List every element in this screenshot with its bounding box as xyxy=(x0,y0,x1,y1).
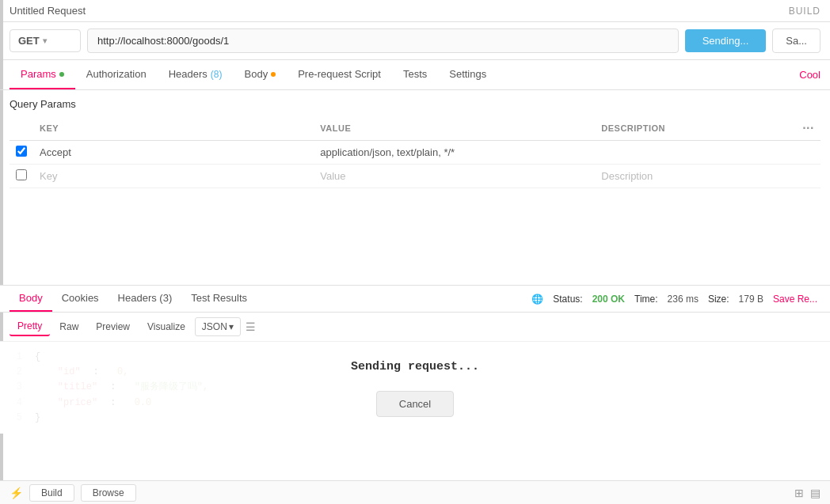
app-container: Untitled Request BUILD GET ▾ Sending... … xyxy=(0,0,830,504)
tab-tests-label: Tests xyxy=(403,68,427,80)
tab-settings[interactable]: Settings xyxy=(438,60,497,89)
fmt-preview-button[interactable]: Preview xyxy=(88,318,138,335)
size-label: Size: xyxy=(708,294,729,305)
method-select[interactable]: GET ▾ xyxy=(10,29,81,52)
tab-headers[interactable]: Headers (8) xyxy=(158,60,234,89)
chevron-down-icon: ▾ xyxy=(43,36,47,45)
sending-title: Sending request... xyxy=(351,358,479,377)
status-bar: 🌐 Status: 200 OK Time: 236 ms Size: 179 … xyxy=(528,294,820,305)
tab-params-label: Params xyxy=(21,68,56,80)
body-dot xyxy=(271,72,276,77)
boot-icon: ⚡ xyxy=(10,487,23,499)
headers-count: (8) xyxy=(211,69,223,80)
tab-params[interactable]: Params xyxy=(10,60,75,89)
url-bar: GET ▾ Sending... Sa... xyxy=(0,22,830,60)
browse-footer-button[interactable]: Browse xyxy=(81,484,136,502)
tab-response-body-label: Body xyxy=(19,292,43,304)
more-icon[interactable]: ··· xyxy=(802,121,814,135)
tab-headers-label: Headers xyxy=(169,68,208,80)
method-value: GET xyxy=(18,35,40,47)
desc-placeholder: Description xyxy=(601,170,653,182)
response-section: Body Cookies Headers (3) Test Results 🌐 … xyxy=(0,285,830,480)
query-params-title: Query Params xyxy=(10,98,820,110)
row1-value[interactable]: application/json, text/plain, */* xyxy=(314,141,595,165)
row2-key[interactable]: Key xyxy=(33,165,314,188)
cancel-button[interactable]: Cancel xyxy=(376,391,454,417)
params-table: KEY VALUE DESCRIPTION ··· Accept applica… xyxy=(10,116,820,188)
globe-icon: 🌐 xyxy=(531,294,543,305)
chevron-down-icon: ▾ xyxy=(229,321,234,332)
tab-response-headers-label: Headers (3) xyxy=(118,292,173,304)
footer-bar: ⚡ Build Browse ⊞ ▤ xyxy=(0,480,830,504)
save-button[interactable]: Sa... xyxy=(772,28,820,53)
col-key: KEY xyxy=(33,116,314,141)
tab-prerequest-label: Pre-request Script xyxy=(298,68,381,80)
row1-key[interactable]: Accept xyxy=(33,141,314,165)
fmt-visualize-button[interactable]: Visualize xyxy=(139,318,193,335)
format-bar: Pretty Raw Preview Visualize JSON ▾ ☰ xyxy=(0,313,830,342)
format-select[interactable]: JSON ▾ xyxy=(195,317,241,336)
time-label: Time: xyxy=(634,294,658,305)
response-code-area: 1 { 2 "id" : 0, 3 "title" : "服务降级了吗", 4 … xyxy=(0,342,830,434)
size-value: 179 B xyxy=(739,294,763,305)
col-check xyxy=(10,116,33,141)
footer-icons: ⊞ ▤ xyxy=(794,487,820,499)
tab-body-label: Body xyxy=(245,68,268,80)
response-tabs-bar: Body Cookies Headers (3) Test Results 🌐 … xyxy=(0,286,830,313)
col-actions: ··· xyxy=(796,116,820,141)
value-placeholder: Value xyxy=(320,170,345,182)
layout-icon: ▤ xyxy=(810,487,820,499)
tab-settings-label: Settings xyxy=(449,68,486,80)
filter-icon[interactable]: ☰ xyxy=(246,320,256,333)
tab-response-body[interactable]: Body xyxy=(10,286,52,312)
cool-link[interactable]: Cool xyxy=(799,69,820,81)
row2-value[interactable]: Value xyxy=(314,165,595,188)
build-footer-button[interactable]: Build xyxy=(29,484,74,502)
key-placeholder: Key xyxy=(40,170,57,182)
build-label: BUILD xyxy=(789,6,820,17)
request-tabs-bar: Params Authorization Headers (8) Body Pr… xyxy=(0,60,830,90)
status-label: Status: xyxy=(553,294,582,305)
fmt-pretty-button[interactable]: Pretty xyxy=(10,317,50,336)
tab-test-results-label: Test Results xyxy=(191,292,247,304)
table-row: Accept application/json, text/plain, */* xyxy=(10,141,820,165)
send-button[interactable]: Sending... xyxy=(685,29,767,52)
row2-checkbox[interactable] xyxy=(16,169,27,180)
request-title: Untitled Request xyxy=(10,5,86,17)
tab-body[interactable]: Body xyxy=(234,60,287,89)
tab-test-results[interactable]: Test Results xyxy=(181,286,257,312)
tab-authorization[interactable]: Authorization xyxy=(75,60,158,89)
row2-actions xyxy=(796,165,820,188)
row1-actions xyxy=(796,141,820,165)
status-value: 200 OK xyxy=(592,294,625,305)
sending-overlay: Sending request... Cancel xyxy=(0,342,830,434)
col-value: VALUE xyxy=(314,116,595,141)
save-response-button[interactable]: Save Re... xyxy=(773,294,817,305)
url-input[interactable] xyxy=(87,28,679,53)
col-description: DESCRIPTION xyxy=(595,116,796,141)
tab-tests[interactable]: Tests xyxy=(392,60,438,89)
time-value: 236 ms xyxy=(668,294,699,305)
tab-cookies-label: Cookies xyxy=(62,292,99,304)
fmt-raw-button[interactable]: Raw xyxy=(51,318,86,335)
tab-authorization-label: Authorization xyxy=(86,68,147,80)
row2-description[interactable]: Description xyxy=(595,165,796,188)
table-row: Key Value Description xyxy=(10,165,820,188)
row1-description[interactable] xyxy=(595,141,796,165)
tab-prerequest[interactable]: Pre-request Script xyxy=(287,60,392,89)
grid-icon: ⊞ xyxy=(794,487,804,499)
tab-response-headers[interactable]: Headers (3) xyxy=(109,286,182,312)
format-value: JSON xyxy=(202,321,227,332)
tab-cookies[interactable]: Cookies xyxy=(52,286,109,312)
params-section: Query Params KEY VALUE DESCRIPTION ··· xyxy=(0,90,830,188)
row1-checkbox[interactable] xyxy=(16,146,27,157)
params-dot xyxy=(59,72,64,77)
title-bar: Untitled Request BUILD xyxy=(0,0,830,22)
